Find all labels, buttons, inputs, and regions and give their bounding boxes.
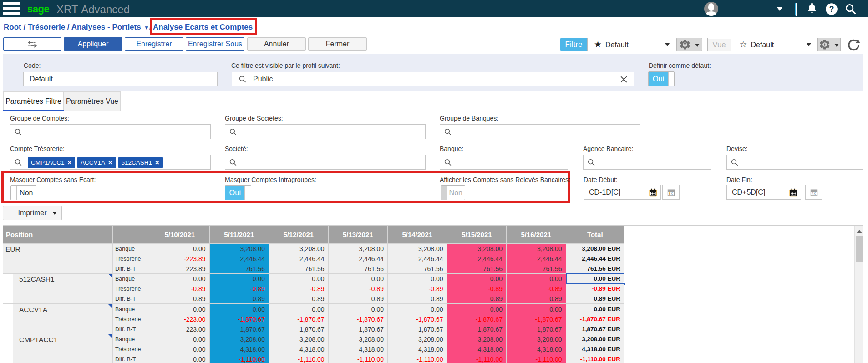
svg-text:x: x xyxy=(671,191,673,196)
svg-text:?: ? xyxy=(829,5,834,14)
svg-text:x: x xyxy=(814,191,816,196)
